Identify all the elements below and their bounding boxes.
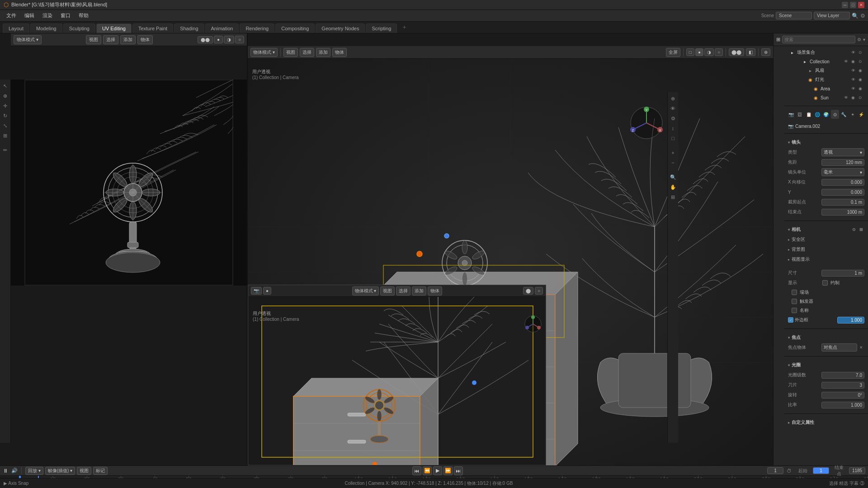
- tab-geometry-nodes[interactable]: Geometry Nodes: [316, 23, 365, 33]
- rotation-input[interactable]: 0°: [821, 392, 864, 399]
- display-opt-1[interactable]: 约制: [821, 278, 840, 287]
- tab-animation[interactable]: Animation: [205, 23, 239, 33]
- camera-section-lock[interactable]: ⊙: [851, 226, 857, 233]
- cb-passepartout[interactable]: ✓: [788, 317, 793, 323]
- main-3d-viewport[interactable]: 物体模式 ▾ 视图 选择 添加 物体 全屏 □ ● ◑ ○ ⬤⬤ ◧ ⊕ 用户透…: [248, 46, 773, 465]
- menu-help[interactable]: 帮助: [75, 11, 92, 20]
- fstop-input[interactable]: 7.0: [821, 372, 864, 379]
- cam-select-btn[interactable]: 选择: [396, 286, 410, 296]
- camera-section-expand[interactable]: ⊞: [858, 226, 864, 233]
- cam-view-icons[interactable]: 📷: [251, 287, 262, 295]
- vp-view-btn[interactable]: 视图: [283, 48, 298, 57]
- outliner-item-collection[interactable]: ▸ Collection 👁 ◉ ⊙: [787, 57, 865, 66]
- outliner-filter-btn[interactable]: ▾: [863, 37, 865, 42]
- nav-gizmo[interactable]: Y X Z: [628, 105, 665, 141]
- sun-extra[interactable]: ⊙: [857, 94, 863, 101]
- collection-render[interactable]: ◉: [850, 58, 856, 65]
- safe-areas-header[interactable]: ▸ 安全区: [788, 235, 864, 244]
- end-frame-counter[interactable]: 1185: [849, 467, 865, 474]
- mode-selector[interactable]: 物体模式 ▾: [14, 35, 42, 44]
- view-btn-timeline[interactable]: 视图: [77, 467, 91, 475]
- modifier-props-icon[interactable]: 🔧: [840, 110, 848, 119]
- viewport-display-header[interactable]: ▸ 视图显示: [788, 254, 864, 264]
- light-render[interactable]: ◉: [857, 76, 863, 83]
- overlay-btn[interactable]: ⬤⬤: [198, 36, 213, 43]
- cam-view-mode[interactable]: 物体模式 ▾: [352, 286, 379, 296]
- shading-material[interactable]: ◑: [224, 36, 234, 43]
- fan-visibility[interactable]: 👁: [850, 67, 856, 74]
- physics-props-icon[interactable]: ⚡: [858, 110, 865, 119]
- output-props-icon[interactable]: 🖼: [796, 110, 803, 119]
- wireframe-mode-btn[interactable]: □: [686, 48, 694, 56]
- passepartout-value[interactable]: 1.000: [837, 317, 864, 324]
- sun-render[interactable]: ◉: [850, 94, 856, 101]
- go-end-btn[interactable]: ⏭: [454, 466, 463, 475]
- unit-selector[interactable]: 毫米 ▾: [821, 168, 864, 176]
- lens-header[interactable]: ▾ 镜头: [788, 137, 864, 147]
- size-input[interactable]: 1 m: [821, 270, 864, 277]
- playback-mode-selector[interactable]: 回放 ▾: [25, 467, 43, 475]
- area-render[interactable]: ◉: [857, 85, 863, 92]
- viewport-icon-3[interactable]: ⚙: [669, 114, 678, 123]
- bg-header[interactable]: ▸ 背景图: [788, 244, 864, 254]
- vp-mode-selector[interactable]: 物体模式 ▾: [250, 48, 278, 57]
- shading-render[interactable]: ○: [235, 36, 244, 43]
- light-visibility[interactable]: 👁: [850, 76, 856, 83]
- cb-name[interactable]: [792, 308, 797, 313]
- go-start-btn[interactable]: ⏮: [412, 466, 421, 475]
- tab-shading[interactable]: Shading: [174, 23, 204, 33]
- cam-render-btn[interactable]: ○: [535, 287, 543, 295]
- viewport-zoom-in[interactable]: +: [669, 148, 678, 157]
- type-selector[interactable]: 透视 ▾: [821, 148, 864, 156]
- viewport-icon-1[interactable]: ⊕: [669, 94, 678, 103]
- object-btn[interactable]: 物体: [137, 35, 153, 44]
- cam-object-btn[interactable]: 物体: [428, 286, 442, 296]
- minimize-btn[interactable]: ─: [842, 2, 848, 8]
- viewport-icon-5[interactable]: □: [669, 134, 678, 143]
- tool-select[interactable]: ↖: [1, 81, 10, 90]
- focus-obj-clear[interactable]: ✕: [858, 344, 864, 351]
- particles-props-icon[interactable]: ✦: [849, 110, 856, 119]
- view-layer-props-icon[interactable]: 📋: [805, 110, 812, 119]
- menu-edit[interactable]: 编辑: [21, 11, 38, 20]
- ratio-input[interactable]: 1.000: [821, 402, 864, 408]
- render-mode-btn[interactable]: ○: [715, 48, 723, 56]
- outliner-item-fan[interactable]: ▸ 风扇 👁 ◉: [787, 66, 865, 75]
- start-frame-counter[interactable]: 1: [767, 467, 783, 474]
- maximize-btn[interactable]: □: [850, 2, 856, 8]
- world-props-icon[interactable]: 🌍: [822, 110, 830, 119]
- tool-move[interactable]: ✛: [1, 101, 10, 110]
- filter-options-btn[interactable]: ⚙: [857, 37, 861, 42]
- close-btn[interactable]: ✕: [858, 2, 864, 8]
- shading-solid[interactable]: ●: [214, 36, 223, 43]
- area-visibility[interactable]: 👁: [850, 85, 856, 92]
- cb-sensor[interactable]: [792, 299, 797, 304]
- vp-object-btn[interactable]: 物体: [332, 48, 347, 57]
- vp-add-btn[interactable]: 添加: [316, 48, 330, 57]
- viewport-overlay-btn[interactable]: ⬤⬤: [729, 48, 744, 56]
- material-mode-btn[interactable]: ◑: [704, 48, 714, 56]
- search-icon[interactable]: 🔍: [852, 13, 859, 19]
- clip-start-input[interactable]: 0.1 m: [821, 199, 864, 206]
- tool-scale[interactable]: ⤡: [1, 121, 10, 130]
- cb-limit[interactable]: [822, 280, 828, 286]
- menu-render[interactable]: 渲染: [39, 11, 56, 20]
- scene-selector[interactable]: Scene: [776, 12, 812, 19]
- collection-visibility[interactable]: 👁: [843, 58, 849, 65]
- play-pause-btn[interactable]: ⏸: [3, 468, 8, 474]
- add-workspace-btn[interactable]: ＋: [398, 21, 411, 33]
- xray-btn[interactable]: ◧: [746, 48, 755, 56]
- outliner-search[interactable]: [782, 36, 855, 43]
- tab-layout[interactable]: Layout: [3, 23, 29, 33]
- prev-keyframe-btn[interactable]: ⏪: [423, 466, 432, 475]
- visibility-icon[interactable]: 👁: [850, 49, 856, 56]
- sun-visibility[interactable]: 👁: [843, 94, 849, 101]
- exclude-icon[interactable]: ⊙: [857, 49, 863, 56]
- dof-section-header[interactable]: ▾ 光圈: [788, 360, 864, 370]
- fan-render[interactable]: ◉: [857, 67, 863, 74]
- tab-rendering[interactable]: Rendering: [240, 23, 274, 33]
- view-btn[interactable]: 视图: [86, 35, 101, 44]
- play-btn-main[interactable]: ▶: [433, 466, 442, 475]
- y-offset-input[interactable]: 0.000: [821, 189, 864, 196]
- cam-overlay-btn[interactable]: ⬤: [523, 287, 533, 295]
